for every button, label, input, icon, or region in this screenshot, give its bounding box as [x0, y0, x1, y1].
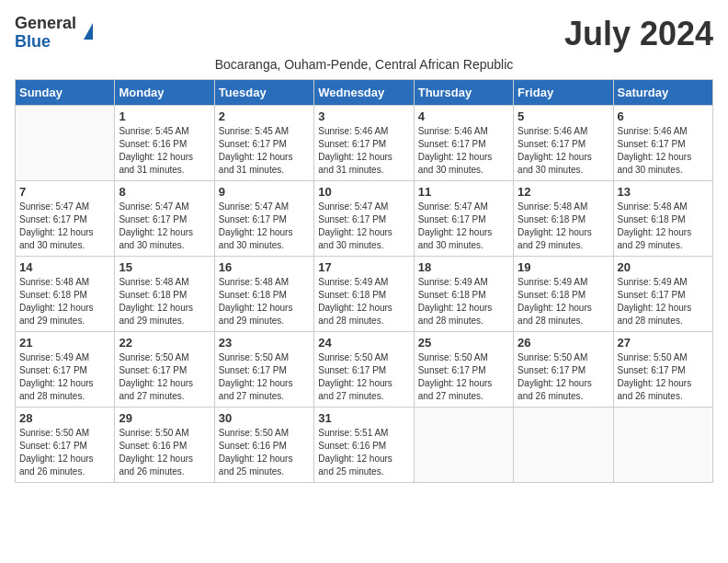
day-info: Sunrise: 5:45 AM Sunset: 6:17 PM Dayligh…	[219, 125, 310, 177]
day-number: 19	[518, 260, 609, 274]
day-number: 10	[318, 185, 409, 199]
day-info: Sunrise: 5:47 AM Sunset: 6:17 PM Dayligh…	[418, 201, 509, 252]
month-title: July 2024	[564, 15, 713, 53]
day-number: 9	[219, 185, 310, 199]
day-info: Sunrise: 5:49 AM Sunset: 6:18 PM Dayligh…	[318, 276, 409, 327]
calendar-week-row: 21Sunrise: 5:49 AM Sunset: 6:17 PM Dayli…	[16, 332, 713, 408]
calendar-day-header: Thursday	[414, 80, 513, 106]
day-info: Sunrise: 5:50 AM Sunset: 6:16 PM Dayligh…	[219, 427, 310, 478]
day-number: 12	[518, 185, 609, 199]
day-number: 30	[219, 411, 310, 425]
day-number: 13	[618, 185, 709, 199]
calendar-header-row: SundayMondayTuesdayWednesdayThursdayFrid…	[16, 80, 713, 106]
calendar-day-header: Friday	[514, 80, 613, 106]
calendar-cell: 17Sunrise: 5:49 AM Sunset: 6:18 PM Dayli…	[314, 257, 414, 332]
day-info: Sunrise: 5:47 AM Sunset: 6:17 PM Dayligh…	[219, 201, 310, 252]
calendar-cell: 18Sunrise: 5:49 AM Sunset: 6:18 PM Dayli…	[414, 257, 513, 332]
calendar-cell: 3Sunrise: 5:46 AM Sunset: 6:17 PM Daylig…	[314, 106, 414, 181]
day-number: 24	[318, 336, 409, 350]
day-info: Sunrise: 5:47 AM Sunset: 6:17 PM Dayligh…	[119, 201, 210, 252]
day-info: Sunrise: 5:50 AM Sunset: 6:17 PM Dayligh…	[19, 427, 110, 478]
page-header: General Blue July 2024	[15, 15, 713, 53]
calendar-cell: 1Sunrise: 5:45 AM Sunset: 6:16 PM Daylig…	[115, 106, 214, 181]
calendar-cell: 21Sunrise: 5:49 AM Sunset: 6:17 PM Dayli…	[16, 332, 115, 408]
calendar-cell	[514, 408, 613, 483]
calendar-cell: 16Sunrise: 5:48 AM Sunset: 6:18 PM Dayli…	[214, 257, 313, 332]
day-info: Sunrise: 5:46 AM Sunset: 6:17 PM Dayligh…	[518, 125, 609, 177]
calendar-cell: 13Sunrise: 5:48 AM Sunset: 6:18 PM Dayli…	[613, 181, 712, 257]
day-info: Sunrise: 5:49 AM Sunset: 6:18 PM Dayligh…	[418, 276, 509, 327]
calendar-cell: 7Sunrise: 5:47 AM Sunset: 6:17 PM Daylig…	[16, 181, 115, 257]
day-info: Sunrise: 5:50 AM Sunset: 6:17 PM Dayligh…	[418, 351, 509, 403]
calendar-week-row: 7Sunrise: 5:47 AM Sunset: 6:17 PM Daylig…	[16, 181, 713, 257]
calendar-table: SundayMondayTuesdayWednesdayThursdayFrid…	[15, 79, 713, 483]
day-number: 16	[219, 260, 310, 274]
day-number: 18	[418, 260, 509, 274]
calendar-cell: 10Sunrise: 5:47 AM Sunset: 6:17 PM Dayli…	[314, 181, 414, 257]
calendar-cell	[613, 408, 712, 483]
calendar-cell: 30Sunrise: 5:50 AM Sunset: 6:16 PM Dayli…	[214, 408, 313, 483]
calendar-day-header: Monday	[115, 80, 214, 106]
logo-general-text: General	[15, 15, 76, 33]
day-number: 27	[618, 336, 709, 350]
calendar-cell: 15Sunrise: 5:48 AM Sunset: 6:18 PM Dayli…	[115, 257, 214, 332]
calendar-day-header: Sunday	[16, 80, 115, 106]
calendar-cell: 4Sunrise: 5:46 AM Sunset: 6:17 PM Daylig…	[414, 106, 513, 181]
day-info: Sunrise: 5:49 AM Sunset: 6:18 PM Dayligh…	[518, 276, 609, 327]
calendar-cell: 22Sunrise: 5:50 AM Sunset: 6:17 PM Dayli…	[115, 332, 214, 408]
day-number: 6	[618, 109, 709, 123]
calendar-cell: 27Sunrise: 5:50 AM Sunset: 6:17 PM Dayli…	[613, 332, 712, 408]
day-info: Sunrise: 5:50 AM Sunset: 6:17 PM Dayligh…	[119, 351, 210, 403]
calendar-cell: 19Sunrise: 5:49 AM Sunset: 6:18 PM Dayli…	[514, 257, 613, 332]
day-info: Sunrise: 5:46 AM Sunset: 6:17 PM Dayligh…	[618, 125, 709, 177]
calendar-cell: 31Sunrise: 5:51 AM Sunset: 6:16 PM Dayli…	[314, 408, 414, 483]
day-info: Sunrise: 5:51 AM Sunset: 6:16 PM Dayligh…	[318, 427, 409, 478]
calendar-cell: 26Sunrise: 5:50 AM Sunset: 6:17 PM Dayli…	[514, 332, 613, 408]
day-number: 5	[518, 109, 609, 123]
day-number: 25	[418, 336, 509, 350]
calendar-cell	[16, 106, 115, 181]
day-number: 1	[119, 109, 210, 123]
day-number: 15	[119, 260, 210, 274]
calendar-cell: 14Sunrise: 5:48 AM Sunset: 6:18 PM Dayli…	[16, 257, 115, 332]
day-info: Sunrise: 5:50 AM Sunset: 6:17 PM Dayligh…	[618, 351, 709, 403]
day-info: Sunrise: 5:47 AM Sunset: 6:17 PM Dayligh…	[19, 201, 110, 252]
day-number: 8	[119, 185, 210, 199]
calendar-week-row: 14Sunrise: 5:48 AM Sunset: 6:18 PM Dayli…	[16, 257, 713, 332]
day-info: Sunrise: 5:48 AM Sunset: 6:18 PM Dayligh…	[119, 276, 210, 327]
day-info: Sunrise: 5:46 AM Sunset: 6:17 PM Dayligh…	[318, 125, 409, 177]
day-info: Sunrise: 5:50 AM Sunset: 6:17 PM Dayligh…	[219, 351, 310, 403]
logo-blue-text: Blue	[15, 33, 76, 52]
logo-icon	[84, 23, 93, 40]
day-info: Sunrise: 5:50 AM Sunset: 6:16 PM Dayligh…	[119, 427, 210, 478]
calendar-week-row: 28Sunrise: 5:50 AM Sunset: 6:17 PM Dayli…	[16, 408, 713, 483]
day-number: 23	[219, 336, 310, 350]
calendar-cell: 2Sunrise: 5:45 AM Sunset: 6:17 PM Daylig…	[214, 106, 313, 181]
day-info: Sunrise: 5:49 AM Sunset: 6:17 PM Dayligh…	[618, 276, 709, 327]
day-number: 14	[19, 260, 110, 274]
day-info: Sunrise: 5:48 AM Sunset: 6:18 PM Dayligh…	[19, 276, 110, 327]
day-number: 11	[418, 185, 509, 199]
day-info: Sunrise: 5:47 AM Sunset: 6:17 PM Dayligh…	[318, 201, 409, 252]
day-info: Sunrise: 5:49 AM Sunset: 6:17 PM Dayligh…	[19, 351, 110, 403]
day-number: 20	[618, 260, 709, 274]
calendar-cell: 20Sunrise: 5:49 AM Sunset: 6:17 PM Dayli…	[613, 257, 712, 332]
day-number: 21	[19, 336, 110, 350]
day-number: 22	[119, 336, 210, 350]
day-info: Sunrise: 5:50 AM Sunset: 6:17 PM Dayligh…	[518, 351, 609, 403]
day-number: 7	[19, 185, 110, 199]
day-number: 2	[219, 109, 310, 123]
calendar-cell	[414, 408, 513, 483]
day-info: Sunrise: 5:48 AM Sunset: 6:18 PM Dayligh…	[219, 276, 310, 327]
calendar-cell: 12Sunrise: 5:48 AM Sunset: 6:18 PM Dayli…	[514, 181, 613, 257]
calendar-cell: 8Sunrise: 5:47 AM Sunset: 6:17 PM Daylig…	[115, 181, 214, 257]
day-number: 3	[318, 109, 409, 123]
day-info: Sunrise: 5:48 AM Sunset: 6:18 PM Dayligh…	[518, 201, 609, 252]
day-info: Sunrise: 5:50 AM Sunset: 6:17 PM Dayligh…	[318, 351, 409, 403]
day-info: Sunrise: 5:48 AM Sunset: 6:18 PM Dayligh…	[618, 201, 709, 252]
day-number: 31	[318, 411, 409, 425]
calendar-cell: 29Sunrise: 5:50 AM Sunset: 6:16 PM Dayli…	[115, 408, 214, 483]
calendar-subtitle: Bocaranga, Ouham-Pende, Central African …	[15, 57, 713, 72]
calendar-day-header: Wednesday	[314, 80, 414, 106]
calendar-week-row: 1Sunrise: 5:45 AM Sunset: 6:16 PM Daylig…	[16, 106, 713, 181]
